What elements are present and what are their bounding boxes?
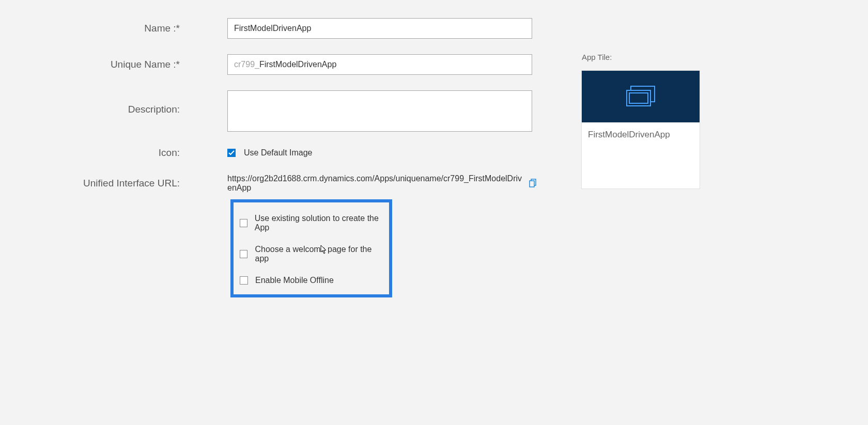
row-icon: Icon: Use Default Image — [0, 147, 553, 159]
enable-mobile-offline-label: Enable Mobile Offline — [255, 276, 334, 285]
app-tile-graphic — [582, 71, 700, 122]
use-default-image-label: Use Default Image — [244, 148, 313, 158]
row-unique-name: Unique Name :* cr799_FirstModelDrivenApp — [0, 54, 553, 75]
choose-welcome-page-checkbox[interactable] — [240, 250, 247, 258]
label-url: Unified Interface URL: — [83, 178, 180, 189]
row-description: Description: — [0, 90, 553, 132]
svg-rect-1 — [530, 181, 534, 187]
enable-mobile-offline-checkbox[interactable] — [240, 276, 248, 285]
app-tile-card: FirstModelDrivenApp — [582, 71, 700, 188]
label-name: Name :* — [144, 23, 180, 34]
unique-name-input[interactable]: cr799_FirstModelDrivenApp — [227, 54, 532, 75]
checkmark-icon — [228, 150, 235, 156]
description-input[interactable] — [227, 90, 532, 132]
use-existing-solution-label: Use existing solution to create the App — [255, 214, 383, 232]
app-tile-preview: App Tile: FirstModelDrivenApp — [582, 53, 700, 188]
copy-icon — [529, 179, 537, 188]
app-tile-name: FirstModelDrivenApp — [588, 130, 693, 140]
label-icon: Icon: — [159, 147, 180, 159]
app-form: Name :* Unique Name :* cr799_FirstModelD… — [0, 18, 553, 202]
copy-url-button[interactable] — [529, 179, 537, 188]
choose-welcome-page-label: Choose a welcome page for the app — [255, 245, 383, 263]
use-default-image-checkbox[interactable] — [227, 149, 236, 157]
option-use-existing-solution: Use existing solution to create the App — [240, 214, 383, 232]
app-tile-icon — [625, 85, 657, 108]
use-existing-solution-checkbox[interactable] — [240, 219, 247, 227]
option-enable-mobile-offline: Enable Mobile Offline — [240, 276, 383, 285]
option-choose-welcome-page: Choose a welcome page for the app — [240, 245, 383, 263]
name-input[interactable] — [227, 18, 532, 39]
label-description: Description: — [128, 104, 180, 115]
row-url: Unified Interface URL: https://org2b2d16… — [0, 174, 553, 193]
app-tile-heading: App Tile: — [582, 53, 700, 61]
unique-name-suffix: FirstModelDrivenApp — [259, 60, 336, 69]
row-name: Name :* — [0, 18, 553, 39]
options-highlight-box: Use existing solution to create the App … — [230, 199, 392, 297]
label-unique-name: Unique Name :* — [111, 59, 180, 70]
url-text: https://org2b2d1688.crm.dynamics.com/App… — [227, 174, 523, 193]
unique-name-prefix: cr799_ — [234, 60, 259, 69]
